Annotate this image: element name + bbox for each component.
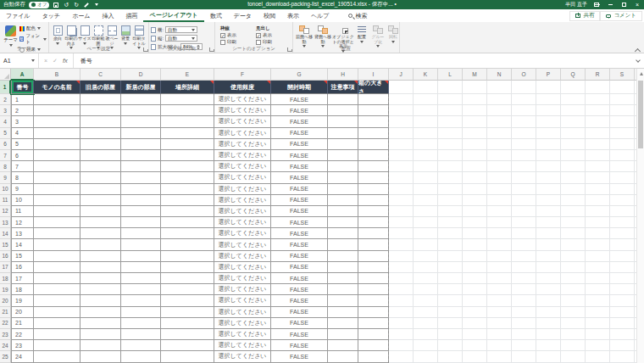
grid-cell[interactable] xyxy=(487,172,512,183)
grid-cell[interactable] xyxy=(536,184,561,195)
grid-cell[interactable] xyxy=(358,161,389,172)
grid-cell[interactable] xyxy=(536,251,561,262)
grid-cell[interactable] xyxy=(121,94,161,105)
tab-データ[interactable]: データ xyxy=(228,9,258,22)
grid-cell[interactable] xyxy=(414,262,438,273)
grid-cell[interactable] xyxy=(586,318,610,329)
row-header-11[interactable]: 11 xyxy=(0,195,11,206)
grid-cell[interactable] xyxy=(561,217,586,228)
grid-cell[interactable] xyxy=(610,172,635,183)
grid-cell[interactable] xyxy=(586,228,610,239)
grid-cell[interactable] xyxy=(586,139,610,150)
grid-cell[interactable]: 9 xyxy=(11,184,34,195)
grid-cell[interactable] xyxy=(328,340,358,351)
grid-cell[interactable] xyxy=(358,273,389,284)
grid-cell[interactable] xyxy=(121,329,161,340)
grid-cell[interactable] xyxy=(463,251,487,262)
grid-cell[interactable] xyxy=(328,329,358,340)
undo-icon[interactable]: ↺ xyxy=(63,2,69,8)
grid-cell[interactable] xyxy=(328,172,358,183)
grid-cell[interactable]: 選択してください xyxy=(214,284,271,295)
grid-cell[interactable] xyxy=(561,262,586,273)
grid-cell[interactable] xyxy=(389,318,414,329)
grid-cell[interactable] xyxy=(161,217,214,228)
grid-cell[interactable]: 6 xyxy=(11,150,34,161)
grid-cell[interactable] xyxy=(389,161,414,172)
grid-cell[interactable] xyxy=(610,329,635,340)
grid-cell[interactable] xyxy=(438,251,463,262)
grid-cell[interactable] xyxy=(414,172,438,183)
grid-cell[interactable] xyxy=(121,217,161,228)
grid-cell[interactable] xyxy=(536,217,561,228)
grid-cell[interactable] xyxy=(536,340,561,351)
grid-cell[interactable] xyxy=(512,340,536,351)
grid-cell[interactable] xyxy=(463,239,487,250)
grid-cell[interactable] xyxy=(414,273,438,284)
insert-function-icon[interactable]: fx xyxy=(63,57,68,64)
grid-cell[interactable] xyxy=(512,228,536,239)
grid-cell[interactable] xyxy=(80,150,121,161)
maximize-icon[interactable] xyxy=(619,1,628,8)
grid-cell[interactable] xyxy=(610,206,635,217)
grid-cell[interactable] xyxy=(586,251,610,262)
autosave-toggle[interactable]: オフ xyxy=(29,2,49,8)
grid-cell[interactable]: FALSE xyxy=(271,329,328,340)
grid-cell[interactable]: FALSE xyxy=(271,295,328,306)
grid-cell[interactable]: 選択してください xyxy=(214,161,271,172)
tab-ファイル[interactable]: ファイル xyxy=(0,9,36,22)
grid-cell[interactable] xyxy=(512,172,536,183)
grid-cell[interactable]: FALSE xyxy=(271,161,328,172)
scale-dialog-launcher-icon[interactable] xyxy=(209,47,214,52)
grid-cell[interactable] xyxy=(80,318,121,329)
grid-cell[interactable] xyxy=(80,273,121,284)
grid-cell[interactable] xyxy=(463,195,487,206)
grid-cell[interactable]: FALSE xyxy=(271,318,328,329)
grid-cell[interactable] xyxy=(358,307,389,318)
column-header-H[interactable]: H xyxy=(328,69,358,81)
select-all-corner[interactable] xyxy=(0,69,11,81)
row-header-6[interactable]: 6 xyxy=(0,139,11,150)
grid-cell[interactable] xyxy=(121,251,161,262)
grid-cell[interactable] xyxy=(561,128,586,139)
grid-cell[interactable] xyxy=(161,273,214,284)
name-box[interactable]: A1 xyxy=(0,53,39,68)
row-header-16[interactable]: 16 xyxy=(0,251,11,262)
grid-cell[interactable] xyxy=(389,273,414,284)
grid-cell[interactable] xyxy=(463,128,487,139)
grid-cell[interactable] xyxy=(34,307,80,318)
grid-cell[interactable] xyxy=(80,295,121,306)
grid-cell[interactable] xyxy=(358,105,389,116)
grid-cell[interactable] xyxy=(487,228,512,239)
grid-cell[interactable] xyxy=(80,329,121,340)
grid-cell[interactable] xyxy=(463,116,487,127)
grid-cell[interactable] xyxy=(586,161,610,172)
grid-cell[interactable] xyxy=(487,251,512,262)
grid-cell[interactable] xyxy=(586,284,610,295)
grid-cell[interactable] xyxy=(34,184,80,195)
grid-cell[interactable] xyxy=(121,105,161,116)
grid-cell[interactable] xyxy=(487,217,512,228)
grid-cell[interactable] xyxy=(34,351,80,362)
grid-cell[interactable]: 17 xyxy=(11,273,34,284)
grid-cell[interactable]: 18 xyxy=(11,284,34,295)
row-header-23[interactable]: 23 xyxy=(0,329,11,340)
grid-cell[interactable] xyxy=(512,105,536,116)
grid-cell[interactable] xyxy=(463,340,487,351)
grid-cell[interactable] xyxy=(610,150,635,161)
grid-cell[interactable]: 選択してください xyxy=(214,262,271,273)
grid-cell[interactable] xyxy=(512,139,536,150)
grid-cell[interactable] xyxy=(561,195,586,206)
grid-cell[interactable] xyxy=(80,284,121,295)
grid-cell[interactable] xyxy=(512,262,536,273)
tab-挿入[interactable]: 挿入 xyxy=(96,9,119,22)
column-header-D[interactable]: D xyxy=(121,69,161,81)
grid-cell[interactable] xyxy=(34,105,80,116)
user-name[interactable]: 半田 直子 xyxy=(565,1,587,8)
grid-cell[interactable] xyxy=(414,139,438,150)
grid-cell[interactable] xyxy=(561,94,586,105)
row-header-5[interactable]: 5 xyxy=(0,128,11,139)
grid-cell[interactable] xyxy=(34,251,80,262)
grid-cell[interactable] xyxy=(34,262,80,273)
row-header-19[interactable]: 19 xyxy=(0,284,11,295)
grid-cell[interactable] xyxy=(536,228,561,239)
